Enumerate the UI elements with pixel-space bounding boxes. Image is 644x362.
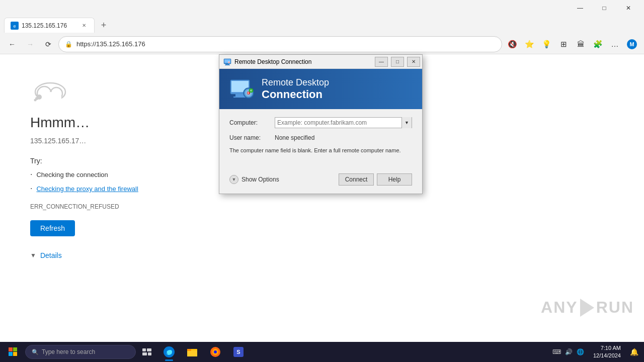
rdp-minimize-button[interactable]: —	[375, 57, 388, 67]
rdp-maximize-button[interactable]: □	[391, 57, 404, 67]
computer-dropdown-button[interactable]: ▼	[401, 117, 412, 128]
task-view-button[interactable]	[137, 342, 157, 362]
tab-close-button[interactable]: ✕	[80, 22, 88, 30]
rdp-header-icon	[229, 77, 254, 101]
svg-rect-31	[147, 348, 151, 351]
start-button[interactable]	[2, 342, 24, 362]
search-box[interactable]: 🔍 Type here to search	[25, 345, 136, 359]
browser-tab[interactable]: e 135.125.165.176 ✕	[4, 18, 95, 33]
svg-point-40	[214, 350, 217, 353]
settings-button[interactable]: …	[607, 36, 623, 52]
svg-rect-20	[233, 97, 247, 98]
error-code: ERR_CONNECTION_REFUSED	[30, 203, 614, 210]
help-button[interactable]: Help	[377, 173, 412, 186]
taskbar-edge-button[interactable]	[158, 342, 180, 362]
search-icon: 🔍	[32, 349, 39, 355]
username-field-row: User name: None specified	[229, 133, 412, 142]
notification-button[interactable]: 🔔	[626, 342, 642, 362]
taskbar: 🔍 Type here to search	[0, 342, 644, 362]
read-aloud-button[interactable]: 🔇	[504, 36, 520, 52]
svg-rect-30	[142, 348, 146, 351]
rdp-title-icon	[223, 58, 231, 66]
clock-time: 7:10 AM	[601, 344, 621, 352]
svg-rect-13	[225, 65, 230, 65]
network-icon[interactable]: 🌐	[577, 348, 584, 355]
tab-bar: e 135.125.165.176 ✕ +	[0, 16, 644, 34]
svg-point-10	[34, 99, 37, 102]
extensions-button[interactable]: 🧩	[590, 36, 606, 52]
svg-rect-26	[9, 347, 13, 351]
show-options-toggle[interactable]: ▼ Show Options	[229, 175, 336, 184]
rdp-message: The computer name field is blank. Enter …	[229, 147, 412, 153]
refresh-button[interactable]: Refresh	[30, 220, 75, 236]
anyrun-arrow-icon	[580, 299, 594, 317]
details-section[interactable]: ▼ Details	[30, 251, 614, 259]
svg-rect-7	[39, 92, 61, 102]
minimize-button[interactable]: —	[569, 0, 592, 16]
edge-app-icon	[163, 346, 175, 358]
title-bar: — □ ✕	[0, 0, 644, 16]
username-value: None specified	[275, 133, 314, 142]
svg-rect-37	[187, 349, 191, 351]
svg-rect-19	[235, 94, 245, 97]
volume-icon[interactable]: 🔊	[565, 348, 573, 355]
address-input[interactable]	[76, 40, 496, 48]
keyboard-icon[interactable]: ⌨	[552, 348, 561, 355]
computer-label: Computer:	[229, 119, 275, 126]
notification-icon: 🔔	[630, 348, 638, 356]
address-bar-row: ← → ⟳ 🔒 🔇 ⭐ 💡 ⊞ 🏛 🧩 … M	[0, 34, 644, 54]
new-tab-button[interactable]: +	[97, 18, 111, 32]
split-screen-button[interactable]: ⊞	[555, 36, 572, 52]
clock-date: 12/14/2024	[593, 352, 621, 359]
close-button[interactable]: ✕	[617, 0, 640, 16]
taskbar-firefox-button[interactable]	[204, 342, 226, 362]
taskbar-app-icon: S	[232, 346, 245, 358]
windows-logo-icon	[9, 347, 18, 356]
tab-title: 135.125.165.176	[22, 22, 77, 29]
connect-button[interactable]: Connect	[339, 173, 374, 186]
rdp-header-title: Remote Desktop Connection	[262, 77, 329, 101]
rdp-title-line2: Connection	[262, 88, 329, 101]
browser-chrome: — □ ✕ e 135.125.165.176 ✕ + ← → ⟳ 🔒 �	[0, 0, 644, 55]
restore-button[interactable]: □	[593, 0, 616, 16]
anyrun-text: ANY	[541, 298, 578, 317]
reload-button[interactable]: ⟳	[40, 36, 56, 52]
firefox-icon	[209, 346, 221, 358]
taskbar-explorer-button[interactable]	[181, 342, 203, 362]
clock[interactable]: 7:10 AM 12/14/2024	[589, 344, 625, 360]
proxy-firewall-link[interactable]: Checking the proxy and the firewall	[36, 185, 138, 193]
rdp-title-bar: Remote Desktop Connection — □ ✕	[219, 55, 422, 69]
edge-copilot-button[interactable]: M	[624, 36, 640, 52]
cloud-error-icon	[30, 74, 70, 105]
chevron-down-icon: ▼	[30, 252, 36, 259]
options-arrow-icon: ▼	[229, 175, 238, 184]
checking-connection-text: Checking the connection	[36, 171, 108, 178]
username-label: User name:	[229, 134, 275, 141]
computer-input-wrapper: ▼	[275, 117, 412, 128]
rdp-footer: ▼ Show Options Connect Help	[219, 169, 422, 194]
taskbar-app-button[interactable]: S	[227, 342, 250, 362]
show-options-label: Show Options	[242, 176, 279, 183]
computer-input[interactable]	[275, 118, 401, 127]
window-controls: — □ ✕	[569, 0, 640, 16]
toolbar-icons: 🔇 ⭐ 💡 ⊞ 🏛 🧩 … M	[504, 36, 640, 52]
rdp-body: Computer: ▼ User name: None specified Th…	[219, 109, 422, 169]
search-placeholder-text: Type here to search	[42, 348, 95, 355]
favorites-button[interactable]: ⭐	[521, 36, 537, 52]
rdp-close-button[interactable]: ✕	[407, 57, 420, 67]
svg-text:S: S	[236, 349, 240, 355]
bullet-icon: ·	[30, 184, 32, 193]
rdp-title-line1: Remote Desktop	[262, 77, 329, 88]
browser-essentials-button[interactable]: 💡	[538, 36, 554, 52]
back-button[interactable]: ←	[4, 36, 20, 52]
rdp-title-text: Remote Desktop Connection	[234, 58, 372, 65]
forward-button[interactable]: →	[22, 36, 38, 52]
tab-favicon-icon: e	[11, 22, 19, 30]
details-label: Details	[40, 251, 62, 259]
security-icon: 🔒	[65, 41, 72, 48]
rdp-header: Remote Desktop Connection	[219, 69, 422, 109]
anyrun-watermark: ANY RUN	[541, 298, 634, 317]
svg-rect-32	[142, 352, 147, 355]
collections-button[interactable]: 🏛	[573, 36, 589, 52]
address-bar[interactable]: 🔒	[58, 36, 502, 52]
